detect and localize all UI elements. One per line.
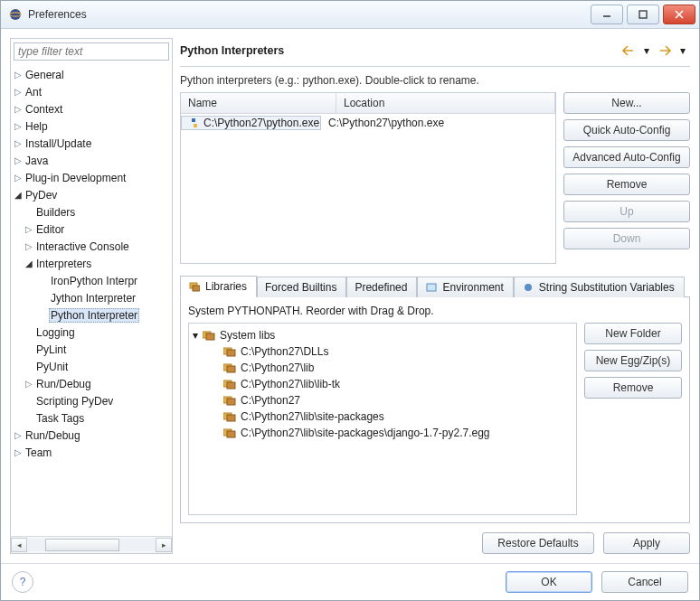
- lib-path-item[interactable]: C:\Python27\lib: [193, 360, 572, 376]
- column-name[interactable]: Name: [181, 93, 336, 113]
- table-row[interactable]: C:\Python27\python.exe C:\Python27\pytho…: [181, 114, 555, 132]
- new-egg-zip-button[interactable]: New Egg/Zip(s): [584, 350, 682, 371]
- lib-path-item[interactable]: C:\Python27\lib\lib-tk: [193, 376, 572, 392]
- expand-icon[interactable]: ▾: [193, 329, 198, 342]
- collapse-icon[interactable]: ◢: [24, 258, 34, 268]
- tab-environment[interactable]: Environment: [417, 277, 513, 297]
- tree-item[interactable]: ◢PyDev: [13, 186, 170, 203]
- help-button[interactable]: ?: [12, 571, 33, 593]
- advanced-auto-config-button[interactable]: Advanced Auto-Config: [563, 146, 690, 168]
- back-button[interactable]: [621, 43, 636, 58]
- column-location[interactable]: Location: [336, 93, 555, 113]
- tree-item[interactable]: ▷Context: [13, 100, 170, 117]
- tree-item[interactable]: ▷Run/Debug: [13, 427, 170, 444]
- back-menu-icon[interactable]: ▾: [639, 43, 654, 58]
- svg-rect-13: [227, 350, 235, 356]
- folder-icon: [223, 410, 236, 423]
- tree-item[interactable]: Builders: [13, 203, 170, 221]
- tree-item-label: Python Interpreter: [49, 308, 139, 323]
- tree-item[interactable]: ▷Interactive Console: [13, 238, 170, 255]
- tree-item[interactable]: ▷Help: [13, 117, 170, 135]
- tree-item-label: Install/Update: [24, 136, 93, 151]
- tree-item-label: Run/Debug: [24, 428, 82, 443]
- expand-icon[interactable]: ▷: [13, 87, 24, 97]
- filter-input[interactable]: [14, 42, 169, 61]
- interpreters-table[interactable]: Name Location C:\Python27\python.exe C:\…: [180, 92, 556, 264]
- restore-defaults-button[interactable]: Restore Defaults: [482, 532, 594, 554]
- scroll-thumb[interactable]: [45, 539, 119, 551]
- expand-icon[interactable]: ▷: [13, 447, 24, 457]
- expand-icon[interactable]: ▷: [13, 155, 24, 165]
- svg-rect-23: [227, 431, 235, 437]
- tree-item[interactable]: ◢Interpreters: [13, 255, 170, 272]
- lib-path-item[interactable]: C:\Python27\DLLs: [193, 343, 572, 360]
- forward-button[interactable]: [657, 43, 672, 58]
- tree-item[interactable]: ▷General: [13, 66, 170, 83]
- svg-rect-19: [227, 399, 235, 405]
- tree-item[interactable]: ▷Run/Debug: [13, 375, 170, 392]
- expand-icon[interactable]: ▷: [13, 121, 24, 131]
- expand-icon[interactable]: ▷: [24, 241, 34, 251]
- tree-item[interactable]: IronPython Interpr: [13, 272, 170, 289]
- collapse-icon[interactable]: ◢: [13, 190, 24, 200]
- libraries-icon: [188, 280, 201, 293]
- tab-libraries[interactable]: Libraries: [180, 276, 257, 297]
- expand-icon[interactable]: ▷: [24, 379, 34, 389]
- window-controls: [591, 5, 699, 24]
- tree-item[interactable]: ▷Editor: [13, 221, 170, 238]
- expand-icon[interactable]: ▷: [24, 224, 34, 234]
- tree-item-label: Context: [24, 102, 64, 117]
- scroll-left-icon[interactable]: ◂: [11, 538, 27, 552]
- close-button[interactable]: [663, 5, 695, 24]
- tab-forced-builtins[interactable]: Forced Builtins: [257, 277, 346, 297]
- remove-lib-button[interactable]: Remove: [584, 377, 682, 399]
- horizontal-scrollbar[interactable]: ◂ ▸: [11, 536, 172, 553]
- forward-menu-icon[interactable]: ▾: [676, 43, 690, 58]
- tree-item-label: Java: [24, 154, 50, 168]
- expand-icon[interactable]: ▷: [13, 173, 24, 183]
- tree-item-label: Interpreters: [34, 257, 93, 271]
- tree-item[interactable]: ▷Install/Update: [13, 135, 170, 152]
- page-description: Python interpreters (e.g.: python.exe). …: [180, 74, 690, 87]
- cancel-button[interactable]: Cancel: [601, 571, 688, 593]
- apply-button[interactable]: Apply: [603, 532, 690, 554]
- lib-path-item[interactable]: C:\Python27\lib\site-packages: [193, 408, 572, 425]
- ok-button[interactable]: OK: [506, 571, 592, 593]
- svg-point-9: [525, 284, 532, 291]
- minimize-button[interactable]: [591, 5, 623, 24]
- tree-item[interactable]: Task Tags: [13, 409, 170, 427]
- libraries-tree[interactable]: ▾ System libs C:\Python27\DLLsC:\Python2…: [188, 323, 577, 515]
- svg-rect-8: [427, 284, 436, 291]
- scroll-right-icon[interactable]: ▸: [156, 538, 172, 552]
- up-button[interactable]: Up: [563, 201, 690, 222]
- tab-predefined[interactable]: Predefined: [346, 277, 417, 297]
- svg-rect-7: [193, 286, 200, 291]
- tree-item-label: General: [24, 68, 66, 82]
- expand-icon[interactable]: ▷: [13, 104, 24, 114]
- expand-icon[interactable]: ▷: [13, 70, 24, 80]
- lib-path-item[interactable]: C:\Python27\lib\site-packages\django-1.7…: [193, 425, 572, 441]
- tree-item[interactable]: ▷Ant: [13, 83, 170, 100]
- tree-item[interactable]: ▷Team: [13, 444, 170, 461]
- quick-auto-config-button[interactable]: Quick Auto-Config: [563, 119, 690, 141]
- expand-icon[interactable]: ▷: [13, 430, 24, 440]
- lib-path-item[interactable]: C:\Python27: [193, 392, 572, 408]
- preferences-tree[interactable]: ▷General▷Ant▷Context▷Help▷Install/Update…: [11, 64, 172, 536]
- expand-icon[interactable]: ▷: [13, 138, 24, 148]
- down-button[interactable]: Down: [563, 228, 690, 249]
- tab-string-substitution[interactable]: String Substitution Variables: [514, 277, 685, 297]
- tree-item-label: IronPython Interpr: [49, 274, 139, 288]
- tree-item[interactable]: ▷Plug-in Development: [13, 169, 170, 186]
- tree-item[interactable]: Scripting PyDev: [13, 392, 170, 409]
- tree-item[interactable]: Logging: [13, 324, 170, 341]
- tree-item[interactable]: PyUnit: [13, 358, 170, 375]
- new-folder-button[interactable]: New Folder: [584, 323, 682, 344]
- new-button[interactable]: New...: [563, 92, 690, 114]
- maximize-button[interactable]: [627, 5, 659, 24]
- tree-item[interactable]: PyLint: [13, 341, 170, 358]
- interpreter-location: C:\Python27\python.exe: [321, 115, 555, 131]
- tree-item[interactable]: Jython Interpreter: [13, 289, 170, 306]
- tree-item[interactable]: Python Interpreter: [13, 306, 170, 324]
- remove-interpreter-button[interactable]: Remove: [563, 174, 690, 195]
- tree-item[interactable]: ▷Java: [13, 152, 170, 169]
